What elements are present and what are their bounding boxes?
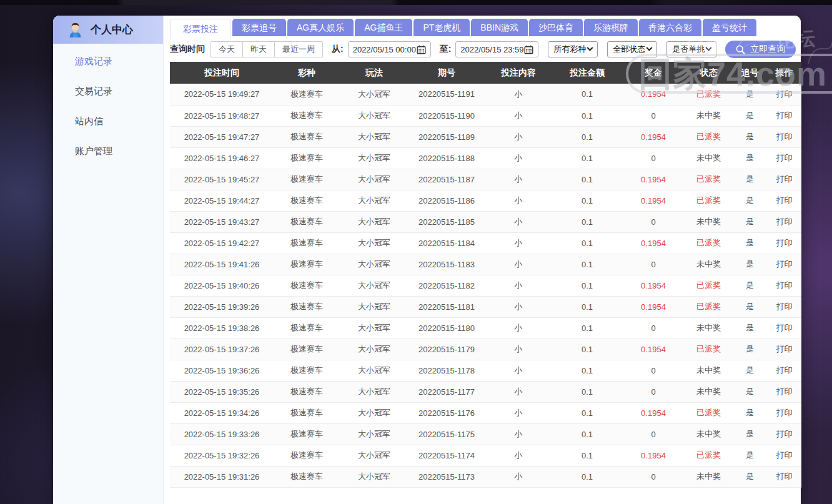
tab[interactable]: PT老虎机 — [414, 19, 470, 36]
cell-action: 打印 — [767, 211, 801, 232]
cell-amount: 0.1 — [552, 381, 622, 402]
cell-time: 2022-05-15 19:34:26 — [170, 402, 274, 423]
table-row: 2022-05-15 19:46:27极速赛车大小冠军20220515-1188… — [170, 147, 801, 169]
table-row: 2022-05-15 19:36:26极速赛车大小冠军20220515-1178… — [170, 360, 801, 381]
print-link[interactable]: 打印 — [776, 450, 793, 460]
filter-select[interactable]: 所有彩种 — [548, 41, 598, 57]
print-link[interactable]: 打印 — [776, 365, 793, 375]
print-link[interactable]: 打印 — [776, 344, 793, 353]
cell-status: 已派奖 — [685, 402, 733, 423]
cell-time: 2022-05-15 19:43:27 — [170, 211, 274, 232]
date-from-value: 2022/05/15 00:00 — [353, 45, 416, 54]
print-link[interactable]: 打印 — [776, 280, 793, 290]
cell-time: 2022-05-15 19:33:26 — [170, 423, 274, 445]
column-header: 奖金 — [622, 62, 685, 84]
sidebar-item[interactable]: 账户管理 — [53, 136, 163, 166]
table-row: 2022-05-15 19:38:26极速赛车大小冠军20220515-1180… — [170, 317, 801, 338]
tab[interactable]: 彩票追号 — [232, 19, 286, 36]
print-link[interactable]: 打印 — [776, 217, 793, 226]
tab[interactable]: 盈亏统计 — [703, 19, 756, 36]
quick-range-button[interactable]: 昨天 — [242, 41, 275, 57]
date-from-input[interactable]: 2022/05/15 00:00 — [348, 41, 431, 57]
calendar-icon[interactable] — [524, 45, 533, 54]
print-link[interactable]: 打印 — [776, 408, 793, 417]
magnifier-icon — [736, 45, 745, 54]
cell-chase: 是 — [733, 296, 767, 317]
tab[interactable]: AG真人娱乐 — [287, 19, 354, 36]
cell-prize: 0 — [622, 105, 685, 126]
print-link[interactable]: 打印 — [776, 238, 793, 247]
cell-lottery: 极速赛车 — [274, 466, 340, 487]
cell-play: 大小冠军 — [340, 381, 409, 402]
bets-table: 投注时间彩种玩法期号投注内容投注金额奖金状态追号操作 2022-05-15 19… — [170, 62, 801, 488]
cell-play: 大小冠军 — [340, 423, 409, 445]
cell-amount: 0.1 — [552, 317, 622, 338]
cell-play: 大小冠军 — [340, 190, 409, 211]
cell-content: 小 — [485, 169, 552, 190]
cell-issue: 20220515-1173 — [409, 466, 485, 487]
chevron-down-icon — [587, 44, 593, 51]
tab[interactable]: BBIN游戏 — [471, 19, 528, 36]
sidebar-item[interactable]: 游戏记录 — [53, 46, 163, 76]
cell-status: 已派奖 — [685, 84, 733, 105]
cell-lottery: 极速赛车 — [274, 423, 340, 445]
print-link[interactable]: 打印 — [776, 153, 793, 162]
quick-range-button[interactable]: 今天 — [210, 41, 243, 57]
cell-chase: 是 — [733, 445, 767, 466]
print-link[interactable]: 打印 — [776, 302, 793, 311]
cell-prize: 0.1954 — [622, 169, 685, 190]
cell-action: 打印 — [767, 317, 801, 338]
print-link[interactable]: 打印 — [776, 174, 793, 184]
cell-play: 大小冠军 — [340, 296, 409, 317]
sidebar-header: 个人中心 — [53, 16, 163, 44]
cell-amount: 0.1 — [552, 190, 622, 211]
table-row: 2022-05-15 19:39:26极速赛车大小冠军20220515-1181… — [170, 296, 801, 317]
tab[interactable]: 沙巴体育 — [529, 19, 583, 36]
print-link[interactable]: 打印 — [776, 323, 793, 332]
quick-range-group: 今天昨天最近一周 — [210, 41, 323, 57]
filter-select[interactable]: 全部状态 — [607, 41, 657, 57]
calendar-icon[interactable] — [417, 45, 426, 54]
print-link[interactable]: 打印 — [776, 429, 793, 438]
cell-time: 2022-05-15 19:35:26 — [170, 381, 274, 402]
print-link[interactable]: 打印 — [776, 132, 793, 141]
cell-prize: 0 — [622, 147, 685, 169]
search-button-label: 立即查询 — [750, 44, 785, 55]
print-link[interactable]: 打印 — [776, 472, 793, 481]
tab[interactable]: 乐游棋牌 — [584, 19, 638, 36]
column-header: 状态 — [685, 62, 733, 84]
cell-prize: 0 — [622, 360, 685, 381]
top-bar — [0, 0, 832, 5]
tab[interactable]: 彩票投注 — [170, 19, 231, 39]
tab[interactable]: AG捕鱼王 — [355, 19, 412, 36]
sidebar-item[interactable]: 交易记录 — [53, 76, 163, 106]
cell-lottery: 极速赛车 — [274, 190, 340, 211]
cell-time: 2022-05-15 19:37:26 — [170, 338, 274, 360]
tab[interactable]: 香港六合彩 — [639, 19, 701, 36]
cell-chase: 是 — [733, 402, 767, 423]
table-row: 2022-05-15 19:44:27极速赛车大小冠军20220515-1186… — [170, 190, 801, 211]
cell-time: 2022-05-15 19:40:26 — [170, 275, 274, 296]
print-link[interactable]: 打印 — [776, 259, 793, 269]
sidebar-item[interactable]: 站内信 — [53, 106, 163, 136]
cell-content: 小 — [485, 126, 552, 147]
cell-chase: 是 — [733, 466, 767, 487]
cell-chase: 是 — [733, 381, 767, 402]
cell-play: 大小冠军 — [340, 402, 409, 423]
print-link[interactable]: 打印 — [776, 111, 793, 120]
cell-content: 小 — [485, 338, 552, 360]
filter-select[interactable]: 是否单挑 — [666, 41, 716, 57]
cell-time: 2022-05-15 19:49:27 — [170, 84, 274, 105]
cell-chase: 是 — [733, 126, 767, 147]
date-to-input[interactable]: 2022/05/15 23:59 — [455, 41, 538, 57]
cell-content: 小 — [485, 445, 552, 466]
quick-range-button[interactable]: 最近一周 — [274, 41, 323, 57]
search-button[interactable]: 立即查询 — [725, 41, 796, 58]
cell-chase: 是 — [733, 423, 767, 445]
cell-chase: 是 — [733, 211, 767, 232]
print-link[interactable]: 打印 — [776, 89, 793, 99]
print-link[interactable]: 打印 — [776, 195, 793, 205]
print-link[interactable]: 打印 — [776, 387, 793, 396]
cell-lottery: 极速赛车 — [274, 232, 340, 254]
cell-action: 打印 — [767, 169, 801, 190]
